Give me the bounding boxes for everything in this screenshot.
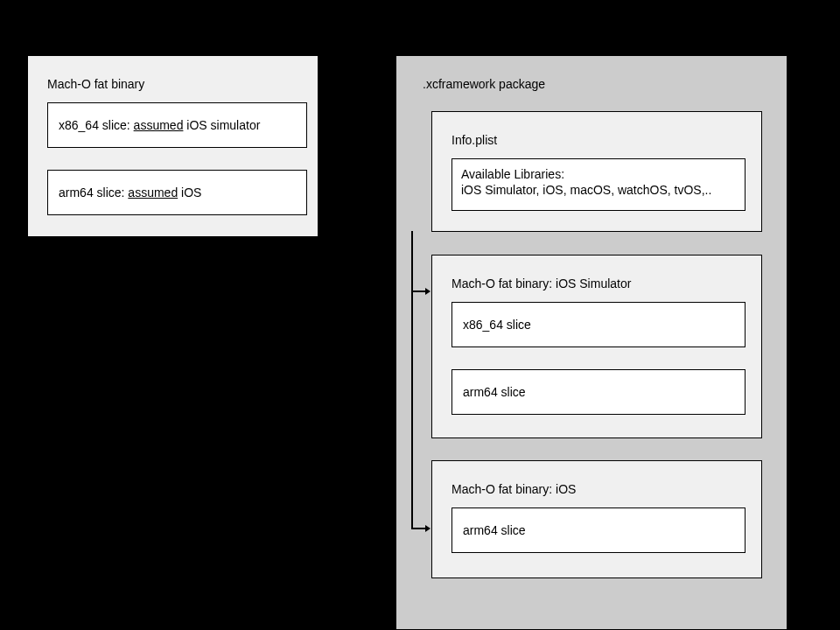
info-plist-line2: iOS Simulator, iOS, macOS, watchOS, tvOS… [461, 182, 711, 198]
x86-64-slice-post: iOS simulator [183, 118, 260, 132]
info-plist-panel: Info.plist Available Libraries: iOS Simu… [431, 111, 762, 232]
sim-arm64-label: arm64 slice [463, 385, 526, 399]
arrow-to-sim [411, 290, 425, 292]
arrow-to-ios [411, 528, 425, 529]
arm64-slice-label: arm64 slice: assumed iOS [59, 186, 201, 200]
fat-binary-panel: Mach-O fat binary x86_64 slice: assumed … [27, 55, 318, 237]
sim-arm64-slice: arm64 slice [452, 369, 746, 415]
fat-binary-title: Mach-O fat binary [47, 77, 144, 91]
info-plist-body: Available Libraries: iOS Simulator, iOS,… [452, 158, 746, 211]
xcframework-panel: .xcframework package Info.plist Availabl… [396, 55, 788, 630]
arm64-slice-post: iOS [178, 186, 201, 200]
sim-fat-binary-panel: Mach-O fat binary: iOS Simulator x86_64 … [431, 255, 762, 438]
info-plist-text: Available Libraries: iOS Simulator, iOS,… [461, 166, 711, 198]
xcframework-title: .xcframework package [423, 77, 545, 91]
arrow-stem [411, 231, 413, 529]
arm64-slice-assumed: assumed [128, 186, 178, 200]
sim-x86-64-label: x86_64 slice [463, 318, 531, 332]
x86-64-slice-pre: x86_64 slice: [59, 118, 134, 132]
x86-64-slice-assumed: assumed [134, 118, 184, 132]
ios-arm64-label: arm64 slice [463, 523, 526, 537]
ios-fat-binary-panel: Mach-O fat binary: iOS arm64 slice [431, 460, 762, 578]
sim-x86-64-slice: x86_64 slice [452, 302, 746, 347]
ios-arm64-slice: arm64 slice [452, 508, 746, 553]
ios-fat-binary-title: Mach-O fat binary: iOS [452, 482, 576, 496]
info-plist-line1: Available Libraries: [461, 166, 711, 182]
arrow-head-sim [425, 288, 430, 295]
arrow-head-ios [425, 525, 430, 532]
x86-64-slice-label: x86_64 slice: assumed iOS simulator [59, 118, 260, 132]
x86-64-slice-box: x86_64 slice: assumed iOS simulator [47, 102, 307, 148]
sim-fat-binary-title: Mach-O fat binary: iOS Simulator [452, 276, 631, 290]
arm64-slice-box: arm64 slice: assumed iOS [47, 170, 307, 215]
info-plist-title: Info.plist [452, 133, 497, 147]
arm64-slice-pre: arm64 slice: [59, 186, 128, 200]
